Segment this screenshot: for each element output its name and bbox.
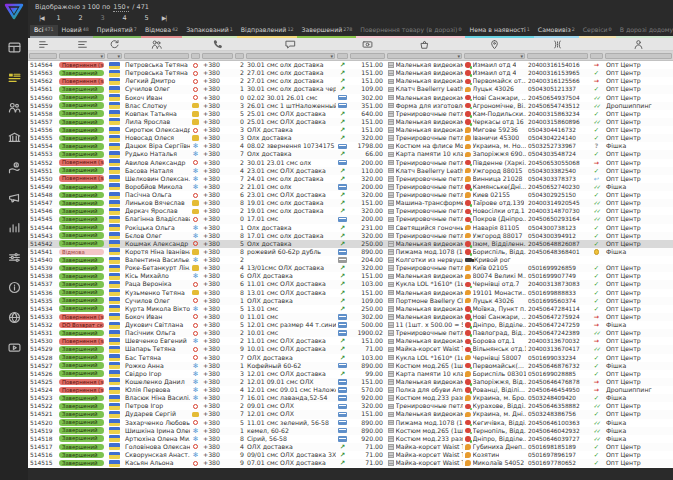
- table-row[interactable]: 514562Повернення (з...Легкий Дмитро+3802…: [28, 77, 673, 85]
- page-number[interactable]: 1: [48, 12, 70, 24]
- filter-destination[interactable]: [464, 53, 525, 59]
- table-row[interactable]: 514534ЗавершенийКурта Микола Вікто...✻+3…: [28, 305, 673, 313]
- filter-check[interactable]: [590, 53, 603, 59]
- table-row[interactable]: 514521ЗавершенийДударев Сергій+380712.01…: [28, 410, 673, 418]
- table-row[interactable]: 514542ЗавершенийКошмак Александр+3805Олх…: [28, 240, 673, 248]
- column-header-supplier[interactable]: [604, 38, 673, 50]
- filter-phone[interactable]: [202, 53, 233, 59]
- table-row[interactable]: 514544ЗавершенийРокіцька Ольга✻+3801Олх …: [28, 224, 673, 232]
- filter-tracking[interactable]: [527, 53, 588, 59]
- column-header-product[interactable]: [386, 38, 463, 50]
- filter-amount[interactable]: [350, 53, 385, 59]
- page-number[interactable]: 4: [114, 12, 136, 24]
- filter-supplier[interactable]: [605, 53, 672, 59]
- table-row[interactable]: 514538ЗавершенийКісь Михайло✻+3806ОЛХ до…: [28, 272, 673, 280]
- sidebar-item-info[interactable]: [0, 272, 28, 302]
- status-tab[interactable]: Прийнятий7: [93, 25, 141, 38]
- filter-pay[interactable]: [337, 53, 348, 59]
- status-tab[interactable]: Новий48: [58, 25, 93, 38]
- filter-comment[interactable]: [246, 53, 335, 59]
- table-row[interactable]: 514555ЗавершенийНовосад Олеся+3803Олх до…: [28, 134, 673, 142]
- filter-src-icon[interactable]: [191, 53, 200, 59]
- status-tab[interactable]: Нема в наявності1: [465, 25, 533, 38]
- table-row[interactable]: 514554ЗавершенийДацюк Віра Сергіївна✻+38…: [28, 142, 673, 150]
- status-tab[interactable]: В дорозі додому0: [616, 25, 673, 38]
- table-row[interactable]: 514519ЗавершенийШишкіна Ірина Олек...✻+3…: [28, 427, 673, 435]
- table-row[interactable]: 514558ЗавершенийКовпак Татьяна+380525.01…: [28, 110, 673, 118]
- last-page-button[interactable]: [158, 12, 171, 24]
- table-row[interactable]: 514533Повернення (з...Бокоч Иван+380011.…: [28, 313, 673, 321]
- table-row[interactable]: 514556ЗавершенийСиротюк Олександр+3803ОЛ…: [28, 126, 673, 134]
- sidebar-item-dashboard[interactable]: [0, 32, 28, 62]
- table-row[interactable]: 514520ЗавершенийЗахарченко Любовь+380511…: [28, 419, 673, 427]
- table-row[interactable]: 514523ЗавершенийВласюк Ніна Василі...✻+3…: [28, 394, 673, 402]
- status-tab[interactable]: Всі471: [30, 25, 58, 38]
- column-header-source[interactable]: [106, 38, 123, 50]
- filter-client[interactable]: [124, 53, 189, 59]
- table-row[interactable]: 514543ЗавершенийБєлов Олег✻+380817.01 см…: [28, 232, 673, 240]
- table-row[interactable]: 514529ЗавершенийШапарь Тетяна+380910.01 …: [28, 345, 673, 353]
- table-row[interactable]: 514525Повернення (з...Кошеленко Данил✻+3…: [28, 378, 673, 386]
- table-row[interactable]: 514545ЗавершенийБлагінна Владіслава+3800…: [28, 215, 673, 223]
- sidebar-item-products[interactable]: [0, 122, 28, 152]
- sidebar-item-video[interactable]: [0, 332, 28, 362]
- table-row[interactable]: 514550Повернення (з...Шелковин Олексан..…: [28, 175, 673, 183]
- table-row[interactable]: 514537ЗавершенийРаца Вероніка+380611.01 …: [28, 280, 673, 288]
- filter-id[interactable]: [29, 53, 57, 59]
- status-tab[interactable]: Сервіси0: [579, 25, 616, 38]
- sidebar-item-contacts[interactable]: [0, 92, 28, 122]
- column-header-id[interactable]: [28, 38, 58, 50]
- table-row[interactable]: 514557ЗавершенийЛила Ярослав+380025.01 с…: [28, 118, 673, 126]
- table-row[interactable]: 514535ЗавершенийСучилов Олег+3801ОЛХ дос…: [28, 297, 673, 305]
- sidebar-item-settings[interactable]: [0, 242, 28, 272]
- table-row[interactable]: 514526ЗавершенийСвідро Ігор✻+380312.01 с…: [28, 370, 673, 378]
- table-row[interactable]: 514528ЗавершенийБас Тетяна+3807ОЛХ доста…: [28, 354, 673, 362]
- page-number[interactable]: 5: [136, 12, 158, 24]
- table-row[interactable]: 514516ЗавершенийСкворунская Анаст...✻+38…: [28, 451, 673, 459]
- page-size-dropdown[interactable]: 150: [113, 3, 129, 12]
- table-row[interactable]: 514551ЗавершенийБасова Наталя✻+380423.01…: [28, 167, 673, 175]
- column-header-destination[interactable]: [463, 38, 526, 50]
- table-row[interactable]: 514540ЗавершенийВалентина Василье...✻+38…: [28, 256, 673, 264]
- table-row[interactable]: 514522ЗавершенийПетров Ігор+380209.01 см…: [28, 402, 673, 410]
- table-row[interactable]: 514527ЗавершенийРожко Анна✻+3801Кофейный…: [28, 362, 673, 370]
- status-tab[interactable]: Завершений278: [297, 25, 356, 38]
- status-tab[interactable]: Відмова42: [141, 25, 182, 38]
- column-header-comment[interactable]: [245, 38, 336, 50]
- table-row[interactable]: 514532DO Возврат ск...Дукович Світлана+3…: [28, 321, 673, 329]
- table-row[interactable]: 514530Повернення (з...Шевченко Евгений✻+…: [28, 337, 673, 345]
- sidebar-item-marketing[interactable]: [0, 182, 28, 212]
- page-number[interactable]: 2: [70, 12, 92, 24]
- table-row[interactable]: 514524Повернення (з...Юлія Первова✻+3804…: [28, 386, 673, 394]
- first-page-button[interactable]: [35, 12, 48, 24]
- table-row[interactable]: 514561ЗавершенийСучилов Олег+380130.01 с…: [28, 85, 673, 93]
- column-header-client[interactable]: [123, 38, 190, 50]
- filter-status[interactable]: [59, 53, 105, 59]
- filter-count[interactable]: [235, 53, 244, 59]
- filter-source[interactable]: [107, 53, 122, 59]
- column-header-tracking[interactable]: [526, 38, 589, 50]
- app-logo[interactable]: [4, 3, 24, 24]
- table-row[interactable]: 514541ВідмоваКоротя Ніна Іванівна+3808ро…: [28, 248, 673, 256]
- table-row[interactable]: 514515ЗавершенийКасьян Альона+380907.01 …: [28, 459, 673, 467]
- table-row[interactable]: 514548ЗавершенийПасічна Ольга+380623.01 …: [28, 191, 673, 199]
- table-row[interactable]: 514547ЗавершенийЛиньков Вячеслав+380819.…: [28, 199, 673, 207]
- table-row[interactable]: 514517ЗавершенийГоловінова Олексан...+38…: [28, 443, 673, 451]
- status-tab[interactable]: Відправлений12: [237, 25, 298, 38]
- table-row[interactable]: 514559ЗавершенийВлас Слотюу+380326.01 см…: [28, 102, 673, 110]
- sidebar-item-finance[interactable]: [0, 152, 28, 182]
- table-row[interactable]: 514553ЗавершенийРудько Наталья✻+3807Олх …: [28, 150, 673, 158]
- sidebar-item-orders[interactable]: [0, 62, 28, 92]
- table-row[interactable]: 514552Повернення (з...Авилов Александр+3…: [28, 159, 673, 167]
- table-row[interactable]: 514531ЗавершенийПасічник Ольга+380210.01…: [28, 329, 673, 337]
- table-row[interactable]: 514546ЗавершенийДеркач Ярослав+380219.01…: [28, 207, 673, 215]
- table-row[interactable]: 514549ЗавершенийВоробйов Микола✻+380221.…: [28, 183, 673, 191]
- table-row[interactable]: 514536ЗавершенийКузьменко Тетяна+380813.…: [28, 289, 673, 297]
- filter-product[interactable]: [387, 53, 462, 59]
- table-row[interactable]: 514518ЗавершенийАртюхіна Олена Ми...✻+38…: [28, 435, 673, 443]
- table-row[interactable]: 514563ЗавершенийПетровська Тетяна+380227…: [28, 69, 673, 77]
- column-header-phone[interactable]: [201, 38, 234, 50]
- column-header-status[interactable]: [58, 38, 106, 50]
- table-row[interactable]: 514564Повернення (з...Петровська Тетяна+…: [28, 61, 673, 69]
- table-row[interactable]: 514560ЗавершенийБокоч Иван+380002.02 30.…: [28, 94, 673, 102]
